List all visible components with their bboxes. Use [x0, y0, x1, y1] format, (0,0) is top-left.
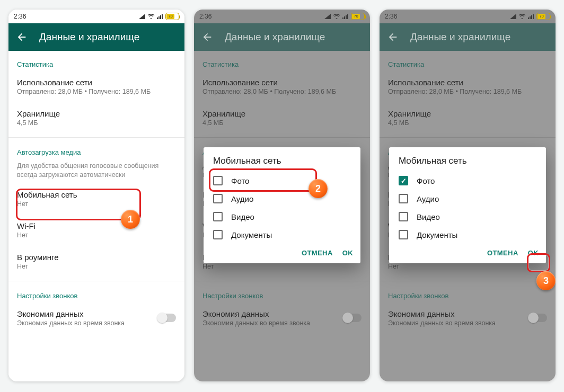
- svg-rect-7: [347, 14, 348, 19]
- svg-rect-6: [346, 15, 347, 19]
- appbar-title: Данные и хранилище: [39, 31, 139, 43]
- phone-screen-3: 2:36 70 Данные и хранилище Статистика Ис…: [380, 10, 556, 381]
- dialog-cancel-button[interactable]: ОТМЕНА: [487, 249, 518, 257]
- svg-rect-0: [157, 17, 158, 19]
- status-time: 2:36: [199, 13, 212, 20]
- svg-rect-1: [158, 16, 160, 19]
- status-icons: 70: [139, 13, 179, 20]
- dialog-item-video[interactable]: Видео: [392, 208, 543, 226]
- dialog-title: Мобильная сеть: [389, 147, 546, 170]
- status-icons: 70: [510, 13, 550, 20]
- back-arrow-icon[interactable]: [16, 31, 28, 43]
- signal-triangle-icon: [139, 14, 145, 19]
- row-storage[interactable]: Хранилище 4,5 МБ: [8, 103, 184, 134]
- checkbox-docs[interactable]: [399, 230, 408, 239]
- phone-screen-2: 2:36 70 Данные и хранилище Статистика Ис…: [194, 10, 370, 381]
- section-header-autodownload: Автозагрузка медиа: [8, 139, 184, 159]
- wifi-icon: [518, 14, 526, 19]
- svg-rect-2: [160, 15, 161, 19]
- phone-screen-1: 2:36 70 Данные и хранилище Статистик: [8, 10, 184, 381]
- dialog-ok-button[interactable]: OK: [342, 249, 353, 257]
- dialog-item-docs[interactable]: Документы: [207, 226, 357, 244]
- cell-signal-icon: [157, 14, 163, 19]
- appbar-title: Данные и хранилище: [225, 31, 325, 43]
- section-header-stats: Статистика: [8, 51, 184, 72]
- autodownload-hint: Для удобства общения голосовые сообщения…: [8, 159, 184, 184]
- signal-triangle-icon: [324, 14, 331, 19]
- row-mobile-network[interactable]: Мобильная сеть Нет: [8, 184, 184, 215]
- dialog-item-audio[interactable]: Аудио: [207, 190, 357, 208]
- signal-triangle-icon: [510, 14, 516, 19]
- dialog-item-photo[interactable]: Фото: [392, 172, 543, 190]
- battery-icon: 70: [165, 13, 179, 20]
- app-bar: Данные и хранилище: [380, 23, 556, 51]
- dialog-item-audio[interactable]: Аудио: [392, 190, 543, 208]
- divider: [8, 281, 184, 281]
- checkbox-docs[interactable]: [213, 230, 223, 239]
- svg-rect-11: [533, 14, 534, 19]
- back-arrow-icon[interactable]: [201, 31, 213, 43]
- appbar-title: Данные и хранилище: [410, 31, 510, 43]
- status-icons: 70: [324, 13, 365, 20]
- row-roaming[interactable]: В роуминге Нет: [8, 246, 184, 278]
- mobile-network-dialog: Мобильная сеть Фото Аудио Видео: [204, 147, 360, 263]
- checkbox-photo[interactable]: [399, 176, 408, 185]
- dialog-title: Мобильная сеть: [204, 147, 360, 170]
- status-time: 2:36: [14, 13, 26, 20]
- row-data-saver[interactable]: Экономия данных Экономия данных во время…: [8, 303, 184, 334]
- wifi-icon: [333, 14, 340, 19]
- data-saver-switch[interactable]: [158, 314, 176, 322]
- wifi-icon: [147, 14, 155, 19]
- app-bar: Данные и хранилище: [8, 23, 184, 51]
- dialog-item-photo[interactable]: Фото: [207, 172, 357, 190]
- svg-rect-10: [531, 15, 532, 19]
- cell-signal-icon: [528, 14, 534, 19]
- checkbox-audio[interactable]: [213, 194, 223, 203]
- svg-rect-5: [344, 16, 345, 19]
- cell-signal-icon: [342, 14, 349, 19]
- status-bar: 2:36 70: [8, 10, 184, 23]
- row-network-usage[interactable]: Использование сети Отправлено: 28,0 МБ •…: [8, 72, 184, 103]
- dialog-ok-button[interactable]: OK: [528, 249, 539, 257]
- checkbox-photo[interactable]: [213, 176, 223, 185]
- status-time: 2:36: [385, 13, 397, 20]
- section-header-call-settings: Настройки звонков: [8, 282, 184, 303]
- svg-rect-9: [530, 16, 531, 19]
- svg-rect-4: [342, 17, 343, 19]
- svg-rect-8: [528, 17, 529, 19]
- dialog-item-docs[interactable]: Документы: [392, 226, 543, 244]
- battery-icon: 70: [536, 13, 550, 20]
- dialog-cancel-button[interactable]: ОТМЕНА: [302, 249, 333, 257]
- checkbox-audio[interactable]: [399, 194, 408, 203]
- back-arrow-icon[interactable]: [387, 31, 399, 43]
- checkbox-video[interactable]: [399, 212, 408, 221]
- app-bar: Данные и хранилище: [194, 23, 370, 51]
- row-wifi[interactable]: Wi-Fi Нет: [8, 215, 184, 246]
- status-bar: 2:36 70: [194, 10, 370, 23]
- svg-rect-3: [162, 14, 163, 19]
- battery-icon: 70: [351, 13, 365, 20]
- checkbox-video[interactable]: [213, 212, 223, 221]
- mobile-network-dialog: Мобильная сеть Фото Аудио Видео: [389, 147, 546, 263]
- status-bar: 2:36 70: [380, 10, 556, 23]
- dialog-item-video[interactable]: Видео: [207, 208, 357, 226]
- divider: [8, 137, 184, 138]
